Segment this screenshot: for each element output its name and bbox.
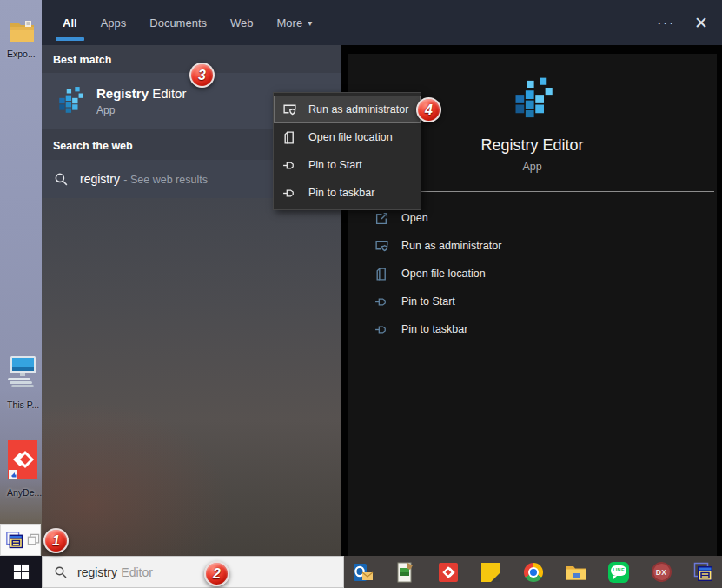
taskbar-search-input[interactable]: registry Editor [42,556,344,588]
line-icon: LINE [608,562,629,583]
search-icon [54,172,69,187]
taskbar-icon-chrome[interactable] [523,562,544,583]
folder-icon [8,19,36,43]
start-button[interactable] [0,556,42,588]
taskbar-icon-file-explorer[interactable] [566,562,586,583]
desktop-icon-this-pc[interactable]: This P... [2,354,42,410]
annotation-badge-3: 3 [189,63,215,88]
regedit-window-icon [693,562,714,583]
file-location-icon [374,267,389,281]
anydesk-red-icon [438,562,459,583]
tab-all[interactable]: All [63,0,77,45]
chrome-icon [524,563,543,582]
search-icon [54,565,68,579]
acrylic-background [42,198,341,556]
action-run-as-administrator[interactable]: Run as administrator [348,232,717,260]
dx-label: DX [656,568,666,577]
taskbar-icon-sticky-notes[interactable] [480,562,501,583]
taskbar-icon-anydesk-red[interactable] [438,562,459,583]
registry-editor-icon [56,86,85,116]
tab-web[interactable]: Web [230,0,254,45]
pin-icon [374,294,389,309]
photo-app-icon [395,562,416,583]
taskbar-icon-line[interactable]: LINE [608,562,629,583]
web-query-text: registry [80,172,120,186]
best-match-title: Registry Editor [96,86,186,101]
desktop-icon-label: AnyDe... [2,487,42,498]
taskbar-icon-photo-app[interactable] [395,562,416,583]
line-label: LINE [608,567,629,572]
preview-actions: Open Run as administrator [348,204,717,343]
taskbar-icon-outlook[interactable] [353,562,374,583]
annotation-badge-1: 1 [43,528,69,553]
context-menu: Run as administrator Open file location … [273,92,421,210]
taskbar: registry Editor [0,556,722,588]
window-outline-icon [27,533,40,546]
desktop-icon-label: Expo... [2,49,42,59]
desktop-icon-anydesk[interactable]: AnyDe... [2,439,42,498]
search-flyout: All Apps Documents Web More ▾ ∙∙∙ ✕ Best… [42,0,722,556]
menu-item-pin-to-start[interactable]: Pin to Start [274,151,421,179]
desktop-background: Expo... This P... AnyDe... [0,0,42,556]
run-as-admin-icon [282,102,297,117]
annotation-badge-2: 2 [204,561,229,586]
dx-icon: DX [652,562,672,582]
regedit-window-icon [5,530,24,551]
menu-item-open-file-location[interactable]: Open file location [274,123,421,151]
tab-documents[interactable]: Documents [149,0,207,45]
menu-item-pin-to-taskbar[interactable]: Pin to taskbar [274,179,421,207]
windows-search-screen: Expo... This P... AnyDe... [0,0,722,588]
run-as-admin-icon [374,239,389,254]
this-pc-icon [6,354,37,394]
pin-icon [282,158,297,173]
open-launch-icon [374,211,389,226]
taskbar-icon-regedit-window[interactable] [693,562,714,583]
registry-editor-icon-large [510,76,555,122]
pin-icon [374,322,389,337]
action-pin-to-taskbar[interactable]: Pin to taskbar [348,315,717,343]
taskbar-icon-dx[interactable]: DX [651,562,672,583]
desktop-icon-export-folder[interactable]: Expo... [2,19,42,59]
close-icon[interactable]: ✕ [694,13,708,33]
tab-apps[interactable]: Apps [101,0,127,45]
sticky-notes-icon [480,562,501,583]
tab-more[interactable]: More ▾ [277,0,313,45]
best-match-subtitle: App [96,104,186,116]
taskbar-app-icons: LINE DX [344,556,722,588]
desktop-icon-label: This P... [2,400,42,410]
more-options-icon[interactable]: ∙∙∙ [657,18,675,27]
anydesk-icon [6,439,37,482]
menu-item-run-as-administrator[interactable]: Run as administrator [274,96,421,123]
taskbar-corner-popup [0,524,41,556]
file-location-icon [282,130,297,145]
search-typed-text: registry [77,565,117,579]
annotation-badge-4: 4 [416,97,441,122]
action-open-file-location[interactable]: Open file location [348,260,717,287]
chevron-down-icon: ▾ [308,18,312,28]
windows-logo-icon [13,564,30,580]
pin-icon [282,186,297,201]
file-explorer-icon [566,562,586,583]
search-suggestion-text: Editor [121,565,153,579]
web-suffix-text: - See web results [123,174,208,186]
search-tabs-bar: All Apps Documents Web More ▾ ∙∙∙ ✕ [42,0,722,45]
outlook-icon [353,562,374,583]
action-pin-to-start[interactable]: Pin to Start [348,287,717,315]
